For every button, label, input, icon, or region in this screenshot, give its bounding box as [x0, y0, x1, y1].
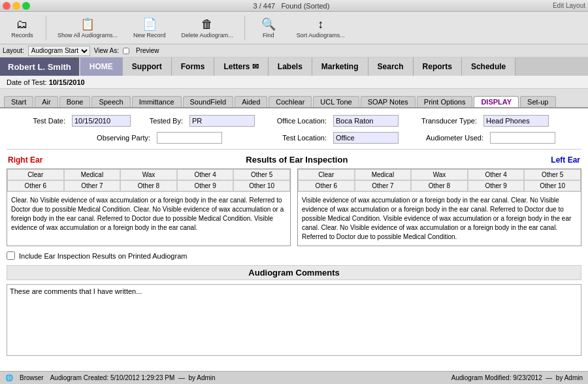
nav-marketing-button[interactable]: Marketing — [312, 57, 368, 76]
office-location-input[interactable] — [333, 115, 399, 127]
right-clear-btn[interactable]: Clear — [7, 169, 64, 180]
sort-button[interactable]: ↕ Sort Audiograms... — [291, 16, 351, 40]
view-as-label: View As: — [94, 47, 119, 54]
right-other5-btn[interactable]: Other 5 — [233, 169, 290, 180]
right-other9-btn[interactable]: Other 9 — [177, 180, 234, 191]
by-admin-created-text: by Admin — [189, 374, 216, 381]
date-of-test-value: 10/15/2010 — [49, 78, 85, 86]
transducer-type-input[interactable] — [483, 115, 549, 127]
delete-button[interactable]: 🗑 Delete Audiogram... — [176, 16, 239, 40]
window-chrome: 3 / 447 Found (Sorted) Edit Layout — [0, 0, 588, 12]
nav-schedule-button[interactable]: Schedule — [462, 57, 515, 76]
tab-bone[interactable]: Bone — [59, 96, 91, 107]
show-all-label: Show All Audiograms... — [57, 32, 118, 39]
audiometer-used-label: Audiometer Used: — [412, 134, 483, 142]
audiogram-created-text: Audiogram Created: 5/10/2012 1:29:23 PM — [50, 374, 175, 381]
tab-start[interactable]: Start — [4, 96, 33, 107]
nav-support-button[interactable]: Support — [123, 57, 172, 76]
nav-reports-button[interactable]: Reports — [414, 57, 462, 76]
form-row-2: Observing Party: Test Location: Audiomet… — [7, 132, 581, 144]
left-other4-btn[interactable]: Other 4 — [468, 169, 525, 180]
status-bar: 🌐 Browser Audiogram Created: 5/10/2012 1… — [0, 371, 588, 384]
layout-bar: Layout: Audiogram Start View As: Preview — [0, 44, 588, 57]
by-admin-modified-text: by Admin — [556, 374, 583, 381]
nav-letters-button[interactable]: Letters ✉ — [214, 57, 268, 76]
left-wax-btn[interactable]: Wax — [411, 169, 468, 180]
right-ear-buttons-row2: Other 6 Other 7 Other 8 Other 9 Other 10 — [7, 180, 290, 191]
browser-label: Browser — [20, 374, 44, 381]
left-other10-btn[interactable]: Other 10 — [524, 180, 581, 191]
tab-air[interactable]: Air — [35, 96, 57, 107]
left-other6-btn[interactable]: Other 6 — [298, 180, 355, 191]
layout-select[interactable]: Audiogram Start — [28, 46, 90, 56]
toolbar-sep-1 — [46, 16, 46, 40]
left-other9-btn[interactable]: Other 9 — [468, 180, 525, 191]
left-other5-btn[interactable]: Other 5 — [524, 169, 581, 180]
test-date-input[interactable] — [72, 115, 131, 127]
observing-party-input[interactable] — [157, 132, 222, 144]
right-other8-btn[interactable]: Other 8 — [120, 180, 177, 191]
main-content: Test Date: Tested By: Office Location: T… — [0, 108, 588, 371]
find-icon: 🔍 — [261, 17, 276, 31]
include-ear-label: Include Ear Inspection Results on Printe… — [19, 252, 187, 260]
right-ear-label: Right Ear — [8, 155, 42, 165]
status-left: 🌐 Browser Audiogram Created: 5/10/2012 1… — [5, 374, 216, 381]
tab-cochlear[interactable]: Cochlear — [269, 96, 312, 107]
new-record-button[interactable]: 📄 New Record — [127, 15, 172, 40]
tab-immittance[interactable]: Immittance — [132, 96, 182, 107]
tab-soundfield[interactable]: SoundField — [183, 96, 234, 107]
left-medical-btn[interactable]: Medical — [355, 169, 412, 180]
nav-search-button[interactable]: Search — [368, 57, 414, 76]
ear-section: Clear Medical Wax Other 4 Other 5 Other … — [7, 168, 581, 246]
view-as-checkbox[interactable] — [123, 48, 129, 54]
include-ear-checkbox[interactable] — [7, 251, 15, 260]
tab-ucltone[interactable]: UCL Tone — [313, 96, 359, 107]
left-other7-btn[interactable]: Other 7 — [355, 180, 412, 191]
audiogram-modified-text: Audiogram Modified: 9/23/2012 — [451, 374, 542, 381]
status-right: Audiogram Modified: 9/23/2012 — by Admin — [451, 374, 583, 381]
close-button[interactable] — [3, 2, 10, 10]
tab-speech[interactable]: Speech — [91, 96, 130, 107]
tab-setup[interactable]: Set-up — [520, 96, 555, 107]
tab-soapnotes[interactable]: SOAP Notes — [361, 96, 416, 107]
right-other7-btn[interactable]: Other 7 — [64, 180, 121, 191]
new-record-icon: 📄 — [142, 17, 157, 31]
right-medical-btn[interactable]: Medical — [64, 169, 121, 180]
found-sorted-label: Found (Sorted) — [281, 2, 329, 10]
nav-forms-button[interactable]: Forms — [172, 57, 215, 76]
nav-labels-button[interactable]: Labels — [269, 57, 312, 76]
right-other10-btn[interactable]: Other 10 — [233, 180, 290, 191]
new-record-label: New Record — [133, 32, 166, 39]
show-all-button[interactable]: 📋 Show All Audiograms... — [52, 15, 123, 40]
tab-printoptions[interactable]: Print Options — [417, 96, 473, 107]
main-window: 3 / 447 Found (Sorted) Edit Layout 🗂 Rec… — [0, 0, 588, 384]
left-ear-text: Visible evidence of wax accumulation or … — [298, 191, 581, 246]
right-wax-btn[interactable]: Wax — [120, 169, 177, 180]
tab-display[interactable]: DISPLAY — [474, 96, 519, 107]
date-bar: Date of Test: 10/15/2010 — [0, 76, 588, 89]
toolbar-sep-2 — [244, 16, 245, 40]
records-button[interactable]: 🗂 Records — [4, 16, 41, 40]
audiometer-used-input[interactable] — [490, 132, 555, 144]
right-other4-btn[interactable]: Other 4 — [177, 169, 234, 180]
tab-aided[interactable]: Aided — [235, 96, 267, 107]
test-location-input[interactable] — [333, 132, 399, 144]
nav-home-button[interactable]: HOME — [80, 57, 123, 76]
minimize-button[interactable] — [12, 2, 20, 10]
left-other8-btn[interactable]: Other 8 — [411, 180, 468, 191]
records-label: Records — [11, 32, 33, 39]
maximize-button[interactable] — [22, 2, 30, 10]
right-ear-buttons-row1: Clear Medical Wax Other 4 Other 5 — [7, 169, 290, 180]
delete-label: Delete Audiogram... — [182, 32, 233, 39]
layout-label: Layout: — [3, 47, 24, 54]
sep-1: — — [178, 374, 185, 381]
edit-layout-label: Edit Layout — [553, 2, 585, 9]
tested-by-input[interactable] — [189, 115, 255, 127]
right-other6-btn[interactable]: Other 6 — [7, 180, 64, 191]
comments-textarea[interactable]: These are comments that I have written..… — [7, 284, 581, 356]
left-clear-btn[interactable]: Clear — [298, 169, 355, 180]
browser-icon: 🌐 — [5, 374, 13, 381]
left-ear-buttons-row2: Other 6 Other 7 Other 8 Other 9 Other 10 — [298, 180, 581, 191]
find-button[interactable]: 🔍 Find — [250, 15, 287, 40]
include-ear-checkbox-row: Include Ear Inspection Results on Printe… — [7, 251, 581, 260]
